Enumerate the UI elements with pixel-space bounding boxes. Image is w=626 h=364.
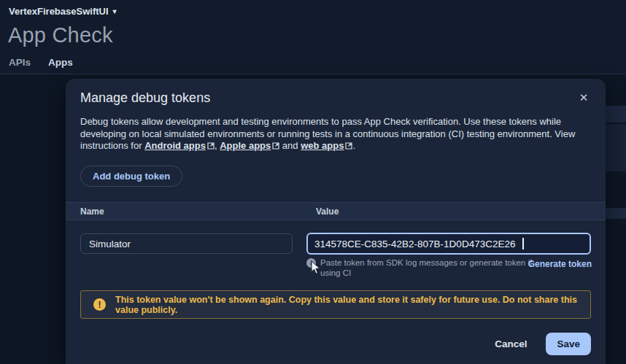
app-check-page: VertexFirebaseSwiftUI ▾ App Check APIs A… <box>0 0 626 364</box>
info-icon: i <box>306 258 316 268</box>
warning-text: This token value won't be shown again. C… <box>115 295 578 315</box>
dialog-footer: Cancel Save <box>495 333 591 355</box>
token-value-input[interactable] <box>306 233 591 255</box>
apple-apps-link[interactable]: Apple apps <box>220 140 271 151</box>
dialog-description: Debug tokens allow development and testi… <box>80 116 595 153</box>
column-header-value: Value <box>316 206 339 217</box>
token-table-header: Name Value <box>66 202 606 220</box>
cancel-button[interactable]: Cancel <box>495 338 527 349</box>
chevron-down-icon: ▾ <box>113 8 117 15</box>
external-link-icon <box>345 141 352 153</box>
add-debug-token-button[interactable]: Add debug token <box>80 166 182 187</box>
android-apps-link[interactable]: Android apps <box>144 140 206 151</box>
warning-icon: ! <box>93 298 106 311</box>
project-selector-label: VertexFirebaseSwiftUI <box>9 6 109 17</box>
text-caret <box>522 238 524 249</box>
token-warning-banner: ! This token value won't be shown again.… <box>80 290 591 319</box>
background-table-fragment <box>606 208 626 219</box>
page-title: App Check <box>8 23 113 47</box>
manage-debug-tokens-dialog: Manage debug tokens ✕ Debug tokens allow… <box>66 79 606 364</box>
close-icon[interactable]: ✕ <box>575 89 592 107</box>
generate-token-link[interactable]: Generate token <box>528 259 592 269</box>
token-value-field <box>306 233 591 255</box>
background-table-header-fragment <box>606 106 626 123</box>
web-apps-link[interactable]: web apps <box>301 140 344 151</box>
column-header-name: Name <box>80 206 104 217</box>
project-selector[interactable]: VertexFirebaseSwiftUI ▾ <box>9 6 117 17</box>
external-link-icon <box>207 141 215 153</box>
page-header: VertexFirebaseSwiftUI ▾ App Check APIs A… <box>0 0 626 75</box>
token-name-input[interactable] <box>80 233 293 254</box>
external-link-icon <box>272 141 279 153</box>
save-button[interactable]: Save <box>546 333 591 355</box>
background-table-row-fragment <box>606 124 626 171</box>
token-helper-text: Paste token from SDK log messages or gen… <box>320 257 539 278</box>
dialog-title: Manage debug tokens <box>80 90 210 106</box>
